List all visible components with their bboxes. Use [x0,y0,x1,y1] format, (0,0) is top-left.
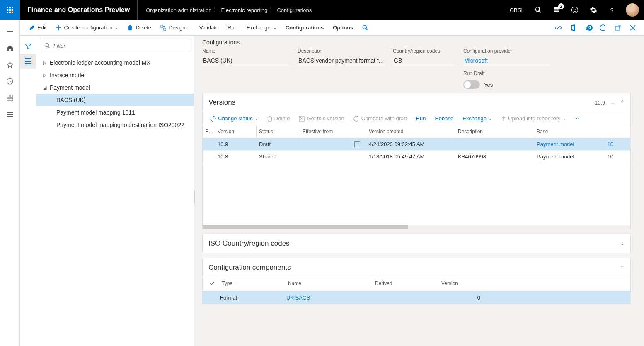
filter-icon[interactable] [20,39,36,54]
rebase-button[interactable]: Rebase [431,114,457,123]
delete-button[interactable]: Delete [123,20,155,36]
version-delete-label: Delete [274,115,290,122]
versions-meta-version: 10.9 [595,100,605,106]
col-created[interactable]: Version created [366,125,455,138]
svg-rect-22 [25,63,31,64]
run-draft-label: Run Draft [463,71,550,76]
refresh-icon[interactable] [597,22,609,34]
version-delete-button[interactable]: Delete [264,114,293,123]
name-value[interactable]: BACS (UK) [202,56,289,66]
tree-node[interactable]: ▷Electronic ledger accounting model MX [36,56,194,69]
tree-node[interactable]: ▷Invoice model [36,69,194,81]
run-draft-toggle[interactable] [463,80,480,89]
waffle-button[interactable] [0,0,20,20]
col-type[interactable]: Type ↑ [220,280,286,288]
upload-button[interactable]: Upload into repository⌄ [498,114,569,123]
compare-button[interactable]: Compare with draft [350,114,410,123]
compare-label: Compare with draft [361,115,407,122]
svg-text:?: ? [610,7,614,13]
more-icon[interactable]: ··· [574,115,581,122]
col-description[interactable]: Description [455,125,534,138]
col-base[interactable]: Base [534,125,630,138]
tree-node[interactable]: Payment model mapping 1611 [36,106,194,119]
cell-description: KB4076998 [455,154,534,160]
breadcrumb-item[interactable]: Electronic reporting [221,7,267,13]
attach-icon[interactable]: 0 [582,22,594,34]
caret-right-icon: ▷ [41,73,48,78]
country-label: Country/region codes [393,48,455,54]
horizontal-scrollbar[interactable] [203,225,630,229]
resize-gripper[interactable] [194,191,195,203]
tree-node[interactable]: ◢Payment model [36,81,194,94]
run-draft-state: Yes [484,82,493,88]
chevron-up-icon: ⌃ [620,100,625,105]
iso-title: ISO Country/region codes [208,239,290,248]
chevron-down-icon: ⌄ [620,241,625,246]
user-avatar[interactable] [626,3,639,17]
toolbar-search-button[interactable] [358,20,372,36]
col-select[interactable]: R... [203,125,215,138]
company-code[interactable]: GBSI [503,7,529,13]
create-config-button[interactable]: Create configuration⌄ [51,20,122,36]
left-rail [0,20,20,346]
task-recorder-icon[interactable]: 2 [547,0,566,20]
tree-label: Invoice model [48,72,85,78]
workspace-icon[interactable] [0,90,20,106]
validate-button[interactable]: Validate [195,20,223,36]
col-version[interactable]: Version [440,280,625,288]
country-value[interactable]: GB [393,56,455,66]
designer-button[interactable]: Designer [156,20,194,36]
version-exchange-button[interactable]: Exchange⌄ [459,114,495,123]
configurations-tab[interactable]: Configurations [281,20,328,36]
exchange-button[interactable]: Exchange⌄ [242,20,281,36]
smile-icon[interactable] [566,0,584,20]
popout-icon[interactable] [612,22,624,34]
versions-grid: R... Version Status Effective from Versi… [203,125,630,229]
star-icon[interactable] [0,56,20,73]
component-row[interactable]: Format UK BACS 0 [203,291,630,304]
tree-node-selected[interactable]: BACS (UK) [36,94,194,106]
tree-node[interactable]: Payment model mapping to destination ISO… [36,119,194,131]
components-header[interactable]: Configuration components ⌃ [203,258,630,277]
get-version-button[interactable]: Get this version [295,114,347,123]
options-tab[interactable]: Options [329,20,357,36]
recent-icon[interactable] [0,73,20,90]
col-version[interactable]: Version [215,125,257,138]
versions-toolbar: Change status⌄ Delete Get this version C… [203,112,630,125]
grid-row[interactable]: 10.9 Draft 4/24/2020 09:02:45 AM Payment… [203,138,630,151]
home-icon[interactable] [0,40,20,56]
grid-row[interactable]: 10.8 Shared 1/18/2018 05:49:47 AM KB4076… [203,151,630,163]
list-view-icon[interactable] [20,54,36,69]
breadcrumb-item[interactable]: Configurations [277,7,312,13]
versions-header[interactable]: Versions 10.9 -- ⌃ [203,93,630,112]
search-icon[interactable] [529,0,547,20]
iso-header[interactable]: ISO Country/region codes ⌄ [203,234,630,253]
vertical-scrollbar[interactable] [639,36,644,346]
provider-label: Configuration provider [463,48,550,54]
link-icon[interactable] [552,22,564,34]
svg-rect-21 [25,61,31,62]
modules-icon[interactable] [0,106,20,123]
breadcrumb-item[interactable]: Organization administration [146,7,211,13]
run-button[interactable]: Run [223,20,242,36]
help-icon[interactable]: ? [603,0,621,20]
version-run-button[interactable]: Run [413,114,429,123]
hamburger-icon[interactable] [0,23,20,40]
col-status[interactable]: Status [257,125,300,138]
chevron-down-icon: ⌄ [273,25,276,30]
provider-value[interactable]: Microsoft [463,56,550,66]
change-status-button[interactable]: Change status⌄ [207,114,261,123]
col-name[interactable]: Name [286,280,373,288]
office-icon[interactable] [567,22,579,34]
close-icon[interactable] [627,22,639,34]
filter-input[interactable] [50,43,186,49]
versions-title: Versions [208,98,235,107]
col-derived[interactable]: Derived [373,280,440,288]
col-effective[interactable]: Effective from [300,125,366,138]
col-check[interactable] [208,280,220,288]
description-value[interactable]: BACS vendor payment format f... [298,56,385,66]
svg-point-1 [574,9,574,10]
edit-button[interactable]: Edit [25,20,51,36]
gear-icon[interactable] [584,0,603,20]
versions-section: Versions 10.9 -- ⌃ Change status⌄ Delete… [202,93,631,229]
